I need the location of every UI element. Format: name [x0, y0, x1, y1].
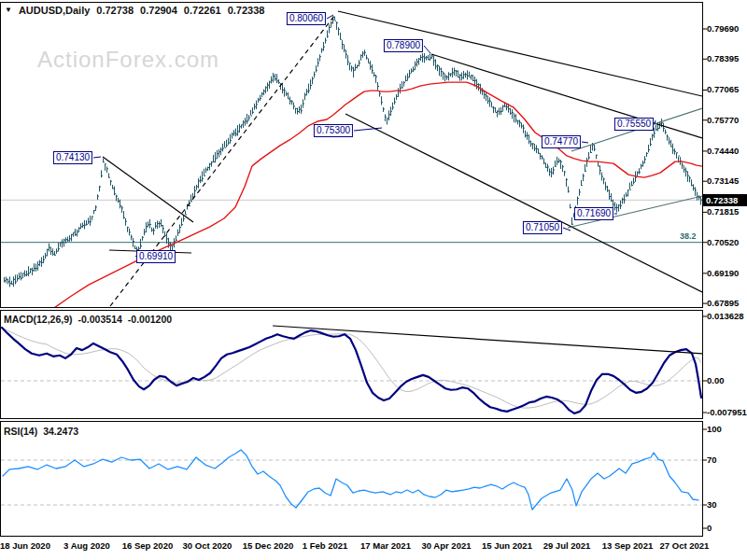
down-line-74130[interactable] — [103, 157, 193, 222]
rsi-plot — [1, 450, 702, 510]
macd-value: -0.003514 — [78, 314, 122, 325]
macd-plot — [1, 326, 704, 413]
price-annotation-0.80060: 0.80060 — [287, 12, 326, 25]
macd-title: MACD(12,26,9) -0.003514 -0.001200 — [4, 314, 172, 325]
watermark: ActionForex.com — [37, 47, 219, 73]
fib-382-label: 38.2 — [680, 231, 697, 241]
macd-signal-value: -0.001200 — [128, 314, 172, 325]
chart-window: ▼ AUDUSD,Daily 0.72738 0.72904 0.72261 0… — [0, 0, 747, 560]
price-annotation-0.69910: 0.69910 — [136, 250, 176, 263]
down-line-80060[interactable] — [338, 11, 702, 96]
rsi-value: 34.2473 — [43, 426, 78, 437]
quote-high: 0.72904 — [140, 5, 177, 16]
symbol-dropdown-icon[interactable]: ▼ — [5, 7, 12, 14]
quote-low: 0.72261 — [184, 5, 221, 16]
quote-close: 0.72338 — [228, 5, 265, 16]
price-annotation-0.78900: 0.78900 — [384, 39, 423, 52]
price-annotation-0.71690: 0.71690 — [574, 207, 613, 220]
symbol-timeframe-label: AUDUSD,Daily — [19, 5, 90, 16]
time-axis[interactable] — [0, 537, 703, 560]
price-annotation-0.75300: 0.75300 — [314, 124, 353, 137]
price-annotation-0.71050: 0.71050 — [523, 221, 562, 234]
chart-header: ▼ AUDUSD,Daily 0.72738 0.72904 0.72261 0… — [5, 5, 264, 16]
down-channel-line[interactable] — [345, 114, 702, 292]
macd-label: MACD(12,26,9) — [4, 314, 73, 325]
price-annotation-0.74130: 0.74130 — [53, 151, 92, 164]
macd-down-trendline — [273, 326, 704, 354]
chart-canvas[interactable] — [0, 0, 747, 560]
price-annotation-0.74770: 0.74770 — [542, 135, 581, 148]
price-axis[interactable] — [703, 0, 747, 537]
rsi-title: RSI(14) 34.2473 — [4, 426, 78, 437]
rsi-label: RSI(14) — [4, 426, 37, 437]
price-annotation-0.75550: 0.75550 — [614, 118, 654, 131]
down-line-78900[interactable] — [431, 54, 702, 138]
quote-open: 0.72738 — [96, 5, 134, 16]
